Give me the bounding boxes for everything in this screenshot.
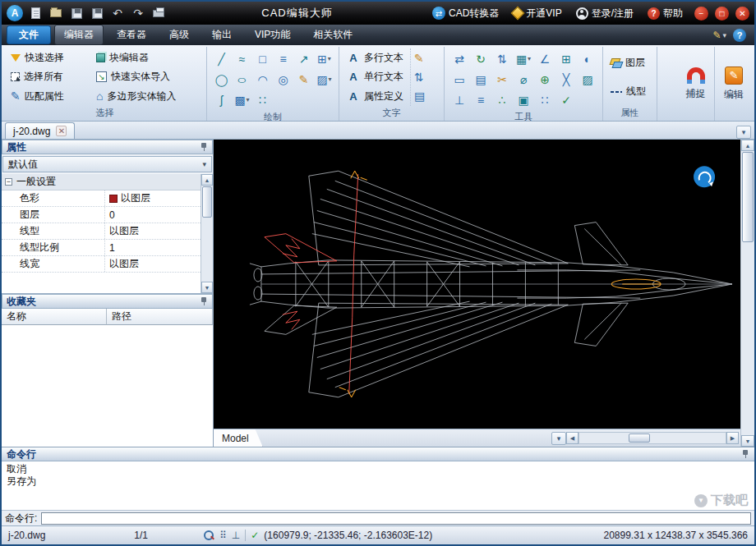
spline-tool-icon[interactable]: ʃ <box>211 89 232 110</box>
new-file-button[interactable] <box>27 5 44 21</box>
canvas-refresh-badge[interactable] <box>694 166 715 187</box>
zoom-status-icon[interactable] <box>204 530 214 541</box>
multiline-text-button[interactable]: A 多行文本 <box>343 50 407 66</box>
favorites-path-column[interactable]: 路径 <box>107 309 213 325</box>
polygon-entity-import-button[interactable]: ⌂ 多边形实体输入 <box>93 89 179 104</box>
tab-viewer[interactable]: 查看器 <box>107 25 156 45</box>
property-row-linetype[interactable]: 线型 以图层 <box>2 223 201 240</box>
cad-converter-link[interactable]: ⇄ CAD转换器 <box>432 7 499 21</box>
layer-button[interactable]: 图层 <box>607 55 652 71</box>
vip-link[interactable]: 开通VIP <box>513 7 561 21</box>
edit-button[interactable]: ✎ 编辑 <box>715 47 753 121</box>
tab-editor[interactable]: 编辑器 <box>54 25 104 45</box>
pin-icon[interactable] <box>200 296 208 306</box>
pin-icon[interactable] <box>200 142 208 152</box>
erase-tool-icon[interactable]: ╳ <box>555 69 577 89</box>
grid-tool-dropdown[interactable]: ⊞▾ <box>314 48 334 69</box>
property-grid-scrollbar[interactable]: ▲ ▼ <box>201 174 213 293</box>
menu-file-button[interactable]: 文件 <box>7 25 51 44</box>
property-row-ltscale[interactable]: 线型比例 1 <box>2 240 201 256</box>
angle-tool-icon[interactable]: ∠ <box>534 48 555 69</box>
ray-tool-icon[interactable]: ↗ <box>293 48 314 69</box>
scrollbar-track[interactable] <box>201 218 213 282</box>
multiline-edit-tool-icon[interactable]: ≡ <box>470 89 491 110</box>
print-button[interactable] <box>150 5 167 21</box>
diameter-tool-icon[interactable]: ⌀ <box>513 69 534 89</box>
doc-tab-j20[interactable]: j-20.dwg ✕ <box>5 122 75 139</box>
check-tool-icon[interactable]: ✓ <box>555 89 577 110</box>
quick-select-button[interactable]: 快速选择 <box>7 50 93 66</box>
redo-button[interactable]: ↷ <box>130 5 146 21</box>
collapse-icon[interactable]: − <box>5 178 12 186</box>
scroll-down-icon[interactable]: ▼ <box>741 435 754 447</box>
join-tool-icon[interactable]: ⊕ <box>534 69 555 89</box>
customize-button[interactable]: ✎ ▾ <box>712 30 726 41</box>
donut-tool-icon[interactable]: ◎ <box>273 69 293 89</box>
grid-status-icon[interactable]: ⠿ <box>219 530 227 541</box>
divide-tool-icon[interactable]: ∷ <box>534 89 555 110</box>
property-row-lineweight[interactable]: 线宽 以图层 <box>2 256 201 273</box>
help-link[interactable]: ? 帮助 <box>648 7 683 21</box>
region-tool-icon[interactable]: ▣ <box>513 89 534 110</box>
drawing-canvas[interactable] <box>214 140 740 429</box>
ortho-status-icon[interactable]: ⊥ <box>232 530 240 541</box>
strip-expand-icon[interactable]: ▾ <box>551 432 566 445</box>
mirror-tool-icon[interactable]: ◐ <box>577 48 598 69</box>
maximize-button[interactable]: □ <box>715 7 729 21</box>
hatch-edit-tool-icon[interactable]: ▨ <box>577 69 598 89</box>
measure-tool-icon[interactable]: ∴ <box>491 89 513 110</box>
move-tool-icon[interactable]: ⇄ <box>449 48 470 69</box>
ellipse-tool-icon[interactable]: ○ <box>232 69 252 89</box>
singleline-text-button[interactable]: A 单行文本 <box>343 69 407 85</box>
text-height-icon[interactable]: ⇅ <box>414 71 425 83</box>
tab-advanced[interactable]: 高级 <box>159 25 199 45</box>
scroll-up-icon[interactable]: ▲ <box>201 174 213 186</box>
linetype-button[interactable]: 线型 <box>607 84 652 99</box>
polyline-tool-icon[interactable]: ≈ <box>232 48 252 69</box>
preset-dropdown[interactable]: 默认值 ▾ <box>2 156 212 172</box>
vertical-scrollbar[interactable]: ▲ ▼ <box>740 140 754 447</box>
tab-list-dropdown-icon[interactable]: ▾ <box>736 126 751 139</box>
scrollbar-thumb[interactable] <box>202 186 212 218</box>
h-scroll-track[interactable] <box>579 432 726 444</box>
scroll-up-icon[interactable]: ▲ <box>741 140 754 151</box>
scroll-right-icon[interactable]: ▶ <box>726 432 739 444</box>
trim-tool-icon[interactable]: ✂ <box>491 69 513 89</box>
align-tool-icon[interactable]: ▤ <box>470 69 491 89</box>
tab-output[interactable]: 输出 <box>202 25 242 45</box>
stretch-tool-icon[interactable]: ⇅ <box>491 48 513 69</box>
gradient-tool-dropdown[interactable]: ▩▾ <box>232 89 252 110</box>
rect-array-tool-icon[interactable]: ▭ <box>449 69 470 89</box>
horizontal-scrollbar[interactable]: ◀ ▶ <box>566 432 739 445</box>
scroll-down-icon[interactable]: ▼ <box>201 282 213 293</box>
property-group-row[interactable]: − 一般设置 <box>2 174 201 190</box>
match-properties-button[interactable]: ✎ 匹配属性 <box>7 89 93 104</box>
save-button[interactable] <box>68 5 85 21</box>
dynamic-input-check-icon[interactable]: ✓ <box>251 530 259 541</box>
command-history[interactable]: 取消 另存为 ▼ 下载吧 <box>2 461 754 510</box>
block-editor-button[interactable]: 块编辑器 <box>93 50 179 66</box>
sketch-tool-icon[interactable]: ✎ <box>293 69 314 89</box>
v-scroll-thumb[interactable] <box>742 152 754 242</box>
snap-button[interactable]: 捕捉 <box>677 47 715 121</box>
ortho-tool-icon[interactable]: ⊥ <box>449 89 470 110</box>
arc-tool-icon[interactable]: ◠ <box>252 69 273 89</box>
model-tab[interactable]: Model <box>214 429 263 447</box>
line-tool-icon[interactable]: ╱ <box>211 48 232 69</box>
save-as-button[interactable] <box>89 5 105 21</box>
quick-entity-import-button[interactable]: ↘ 快速实体导入 <box>93 69 179 85</box>
open-file-button[interactable] <box>48 5 64 21</box>
snap-grid-tool-icon[interactable]: ⊞ <box>555 48 577 69</box>
favorites-list[interactable] <box>2 325 213 447</box>
rotate-tool-icon[interactable]: ↻ <box>470 48 491 69</box>
h-scroll-thumb[interactable] <box>629 434 650 443</box>
point-tool-icon[interactable]: ∷ <box>252 89 273 110</box>
pin-icon[interactable] <box>741 449 749 459</box>
doc-tab-close-icon[interactable]: ✕ <box>56 126 67 136</box>
minimize-button[interactable]: − <box>694 7 708 21</box>
rectangle-tool-icon[interactable]: □ <box>252 48 273 69</box>
favorites-name-column[interactable]: 名称 <box>2 309 107 325</box>
tab-vip-features[interactable]: VIP功能 <box>245 25 300 45</box>
undo-button[interactable]: ↶ <box>109 5 126 21</box>
close-button[interactable]: ✕ <box>735 7 749 21</box>
